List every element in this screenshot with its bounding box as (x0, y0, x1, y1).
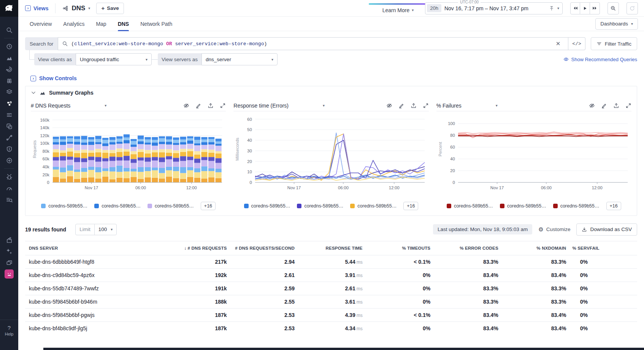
legend-label: coredns-589b55… (48, 203, 87, 209)
fullscreen-expand-icon[interactable] (625, 103, 631, 109)
edit-pencil-icon[interactable] (398, 103, 404, 109)
apm-icon[interactable] (0, 63, 18, 75)
tab-overview[interactable]: Overview (30, 17, 52, 31)
tab-dns[interactable]: DNS (118, 17, 129, 31)
service-map-icon[interactable] (0, 132, 18, 143)
column-header-response[interactable]: RESPONSE TIME (298, 241, 366, 255)
legend-item[interactable]: coredns-589b55… (94, 203, 141, 209)
security-icon[interactable] (0, 143, 18, 155)
filter-traffic-button[interactable]: Filter Traffic (591, 37, 637, 50)
audit-trail-icon[interactable] (0, 194, 18, 205)
table-row[interactable]: kube-dns-55db747489-7wwfz191k2.592.61ms0… (25, 282, 637, 295)
dashboards-dropdown[interactable]: Dashboards ▾ (595, 18, 638, 30)
network-monitoring-icon[interactable] (0, 98, 18, 109)
refresh-button[interactable] (627, 2, 638, 14)
table-row[interactable]: kube-dns-bf4b8c9df-jlg5j187k2.534.34ms0%… (25, 321, 637, 335)
fullscreen-expand-icon[interactable] (220, 103, 226, 109)
learn-more-dropdown[interactable]: Learn More ▾ (380, 3, 416, 13)
chart-title-dropdown[interactable]: # DNS Requests ▾ (31, 103, 106, 109)
time-play-button[interactable] (580, 2, 590, 14)
workspaces-icon[interactable] (0, 257, 18, 268)
legend-item[interactable]: coredns-589b55… (447, 203, 493, 209)
chart-title: Response time (Errors) (233, 103, 289, 109)
views-button[interactable]: › Views (25, 5, 48, 11)
fullscreen-expand-icon[interactable] (423, 103, 429, 109)
customize-button[interactable]: ⚙ Customize (538, 226, 570, 233)
monitors-gauge-icon[interactable] (0, 182, 18, 194)
history-icon[interactable] (0, 41, 18, 52)
cell-errors: 83.3% (433, 255, 501, 268)
chart-title-dropdown[interactable]: % Failures ▾ (436, 103, 498, 109)
avatar[interactable] (0, 268, 18, 280)
chart-plot-1[interactable]: 0102030405060MillisecondsNov 1706:0012:0… (233, 111, 428, 199)
search-input[interactable]: (client_service:web-store-mongo OR serve… (58, 37, 568, 50)
learn-more-label: Learn More (382, 7, 410, 13)
summary-graphs-header[interactable]: Summary Graphs (25, 86, 637, 99)
legend-item[interactable]: coredns-589b55… (41, 203, 87, 209)
error-tracking-bug-icon[interactable] (0, 171, 18, 182)
table-row[interactable]: kube-dns-5f9845b6bf-pgwjs187k2.534.39ms<… (25, 308, 637, 321)
watchdog-icon[interactable] (0, 75, 18, 86)
view-title-group[interactable]: DNS ▾ (62, 5, 90, 12)
table-row[interactable]: kube-dns-c9d84bc59-4pz6x192k2.613.91ms0%… (25, 268, 637, 282)
infrastructure-icon[interactable] (0, 109, 18, 120)
time-forward-button[interactable] (590, 2, 600, 14)
tab-map[interactable]: Map (96, 17, 106, 31)
edit-pencil-icon[interactable] (601, 103, 607, 109)
zoom-out-button[interactable] (608, 2, 619, 14)
tab-analytics[interactable]: Analytics (63, 17, 84, 31)
legend-item[interactable]: coredns-589b55… (148, 203, 194, 209)
clear-search-icon[interactable]: ✕ (552, 40, 565, 47)
legend-item[interactable]: coredns-589b55… (500, 203, 546, 209)
time-back-button[interactable] (570, 2, 580, 14)
code-toggle-button[interactable]: </> (568, 37, 585, 50)
legend-item[interactable]: coredns-589b55… (297, 203, 343, 209)
svg-text:60k: 60k (43, 157, 49, 161)
dns-servers-table: DNS SERVER↓# DNS REQUESTS# DNS REQUESTS/… (25, 241, 637, 335)
legend-item[interactable]: coredns-589b55… (244, 203, 290, 209)
limit-select[interactable]: 100 ▾ (95, 224, 117, 235)
hide-graph-icon[interactable] (386, 103, 392, 109)
legend-item[interactable]: coredns-589b55… (553, 203, 600, 209)
save-button[interactable]: + Save (96, 3, 124, 14)
ci-icon[interactable] (0, 155, 18, 166)
table-row[interactable]: kube-dns-5f9845b6bf-b946m188k2.553.61ms0… (25, 295, 637, 308)
view-clients-as-select[interactable]: Ungrouped traffic ▾ (76, 53, 152, 65)
view-servers-as-select[interactable]: dns_server ▾ (201, 53, 278, 65)
pin-icon[interactable] (549, 6, 554, 11)
chart-plot-0[interactable]: 020k40k60k80k100k120k140k160kRequestsNov… (31, 111, 226, 199)
integrations-puzzle-icon[interactable] (0, 234, 18, 245)
column-header-timeouts[interactable]: % TIMEOUTS (366, 241, 434, 255)
time-range-picker[interactable]: UTC-07:00 20h Nov 16, 7:17 pm – Nov 17, … (425, 2, 563, 14)
export-upload-icon[interactable] (411, 103, 417, 109)
sparkles-icon[interactable] (0, 245, 18, 257)
column-header-nxdomain[interactable]: % NXDOMAIN (501, 241, 569, 255)
chart-plot-2[interactable]: 020406080100PercentNov 1706:0012:00 (436, 111, 631, 199)
legend-more-badge[interactable]: +16 (606, 202, 621, 210)
help-section[interactable]: ? Help (0, 320, 18, 336)
export-upload-icon[interactable] (208, 103, 214, 109)
metrics-icon[interactable] (0, 52, 18, 63)
hide-graph-icon[interactable] (183, 103, 189, 109)
datadog-logo[interactable] (0, 0, 18, 17)
download-csv-button[interactable]: Download as CSV (576, 223, 637, 236)
synthetics-icon[interactable] (0, 120, 18, 132)
legend-more-badge[interactable]: +16 (403, 202, 418, 210)
edit-pencil-icon[interactable] (195, 103, 201, 109)
hide-graph-icon[interactable] (589, 103, 595, 109)
column-header-servfail[interactable]: % SERVFAIL (569, 241, 637, 255)
logs-icon[interactable] (0, 86, 18, 98)
column-header-server[interactable]: DNS SERVER (25, 241, 162, 255)
column-header-errors[interactable]: % ERROR CODES (433, 241, 501, 255)
show-controls-button[interactable]: › Show Controls (30, 75, 644, 81)
show-recommended-queries-link[interactable]: Show Recommended Queries (563, 57, 637, 62)
tab-network-path[interactable]: Network Path (140, 17, 172, 31)
search-icon[interactable] (0, 24, 18, 36)
table-row[interactable]: kube-dns-6dbbbb649f-htgf8217k2.945.44ms<… (25, 255, 637, 268)
legend-item[interactable]: coredns-589b55… (350, 203, 397, 209)
chart-title-dropdown[interactable]: Response time (Errors) ▾ (233, 103, 325, 109)
legend-more-badge[interactable]: +16 (201, 202, 216, 210)
export-upload-icon[interactable] (613, 103, 619, 109)
column-header-rps[interactable]: # DNS REQUESTS/SECOND (230, 241, 298, 255)
column-header-requests[interactable]: ↓# DNS REQUESTS (162, 241, 230, 255)
